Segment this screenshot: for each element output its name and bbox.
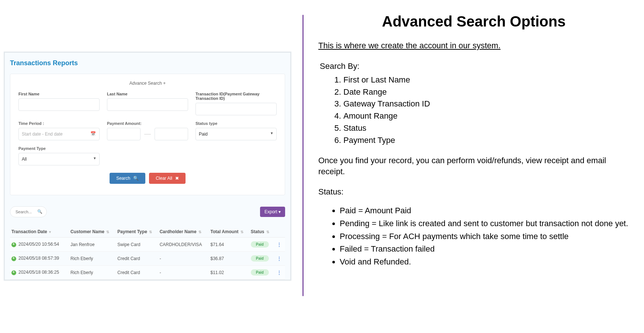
status-list: Paid = Amount PaidPending = Like link is… xyxy=(318,205,629,268)
clear-all-button[interactable]: Clear All ✖ xyxy=(149,173,186,184)
page-title: Transactions Reports xyxy=(10,59,285,67)
sort-icon: ⇅ xyxy=(106,230,109,234)
status-type-select[interactable]: Paid xyxy=(195,128,277,140)
list-item: First or Last Name xyxy=(343,74,629,86)
list-item: Amount Range xyxy=(343,111,629,122)
first-name-label: First Name xyxy=(18,92,100,96)
status-label: Status: xyxy=(318,186,629,198)
table-row: 2024/05/20 10:56:54Jan RenfroeSwipe Card… xyxy=(10,238,285,252)
table-row: 2024/05/18 08:36:25Rich EberlyCredit Car… xyxy=(10,266,285,280)
advance-search-toggle[interactable]: Advance Search + xyxy=(18,81,277,86)
list-item: Paid = Amount Paid xyxy=(340,205,629,217)
vertical-divider xyxy=(302,15,304,296)
advanced-search-card: Advance Search + First Name Last Name Tr… xyxy=(10,74,285,195)
last-name-label: Last Name xyxy=(107,92,188,96)
list-item: Status xyxy=(343,123,629,134)
th-transaction-date[interactable]: Transaction Date xyxy=(11,229,47,234)
app-frame: Transactions Reports Advance Search + Fi… xyxy=(4,52,291,281)
doc-pane: Advanced Search Options This is where we… xyxy=(311,0,644,333)
export-button[interactable]: Export ▾ xyxy=(260,207,285,217)
list-item: Void and Refunded. xyxy=(340,256,629,268)
found-record-text: Once you find your record, you can perfo… xyxy=(318,155,629,178)
search-by-list: First or Last NameDate RangeGateway Tran… xyxy=(318,74,629,146)
export-label: Export xyxy=(264,209,278,214)
status-badge: Paid xyxy=(251,241,269,248)
row-actions-menu[interactable]: ⋮ xyxy=(275,242,284,247)
list-item: Date Range xyxy=(343,87,629,98)
status-badge: Paid xyxy=(251,255,269,262)
transactions-table: Transaction Date ▾ Customer Name ⇅ Payme… xyxy=(10,226,285,280)
transaction-id-input[interactable] xyxy=(195,103,277,115)
row-actions-menu[interactable]: ⋮ xyxy=(275,256,284,261)
list-item: Payment Type xyxy=(343,135,629,146)
amount-min-input[interactable] xyxy=(107,128,141,140)
expand-row-icon[interactable] xyxy=(11,242,16,247)
doc-title: Advanced Search Options xyxy=(318,13,629,30)
expand-row-icon[interactable] xyxy=(11,270,16,275)
caret-down-icon: ▾ xyxy=(278,209,281,214)
screenshot-pane: Transactions Reports Advance Search + Fi… xyxy=(0,0,295,333)
list-item: Pending = Like link is created and sent … xyxy=(340,218,629,229)
list-item: Gateway Transaction ID xyxy=(343,98,629,110)
payment-type-select[interactable]: All xyxy=(18,153,100,165)
th-payment-type[interactable]: Payment Type xyxy=(117,229,147,234)
amount-max-input[interactable] xyxy=(155,128,188,140)
close-icon: ✖ xyxy=(175,176,179,181)
sort-desc-icon: ▾ xyxy=(49,230,51,234)
th-customer-name[interactable]: Customer Name xyxy=(70,229,104,234)
search-icon: 🔍 xyxy=(37,209,42,214)
doc-intro: This is where we create the account in o… xyxy=(318,41,629,50)
table-row: 2024/05/18 08:57:39Rich EberlyCredit Car… xyxy=(10,252,285,266)
status-badge: Paid xyxy=(251,269,269,276)
sort-icon: ⇅ xyxy=(266,230,269,234)
sort-icon: ⇅ xyxy=(240,230,243,234)
search-icon: 🔍 xyxy=(133,176,139,181)
search-by-label: Search By: xyxy=(320,61,629,72)
calendar-icon: 📅 xyxy=(90,131,96,136)
status-type-label: Status type xyxy=(195,121,277,126)
search-button-label: Search xyxy=(116,176,130,181)
payment-type-label: Payment Type xyxy=(18,146,100,151)
th-status[interactable]: Status xyxy=(251,229,264,234)
th-total-amount[interactable]: Total Amount xyxy=(210,229,238,234)
sort-icon: ⇅ xyxy=(149,230,152,234)
list-item: Failed = Transaction failed xyxy=(340,243,629,255)
row-actions-menu[interactable]: ⋮ xyxy=(275,270,284,275)
list-item: Processing = For ACH payments which take… xyxy=(340,231,629,242)
expand-row-icon[interactable] xyxy=(11,256,16,261)
clear-all-label: Clear All xyxy=(156,176,172,181)
sort-icon: ⇅ xyxy=(198,230,201,234)
th-cardholder-name[interactable]: Cardholder Name xyxy=(160,229,197,234)
search-button[interactable]: Search 🔍 xyxy=(110,173,145,184)
transaction-id-label: Transaction ID(Payment Gateway Transacti… xyxy=(195,92,277,101)
payment-amount-label: Payment Amount: xyxy=(107,121,188,126)
first-name-input[interactable] xyxy=(18,98,100,111)
last-name-input[interactable] xyxy=(107,98,188,111)
date-range-input[interactable] xyxy=(18,128,100,140)
time-period-label: Time Period : xyxy=(18,121,100,126)
amount-range-dash xyxy=(144,134,151,134)
